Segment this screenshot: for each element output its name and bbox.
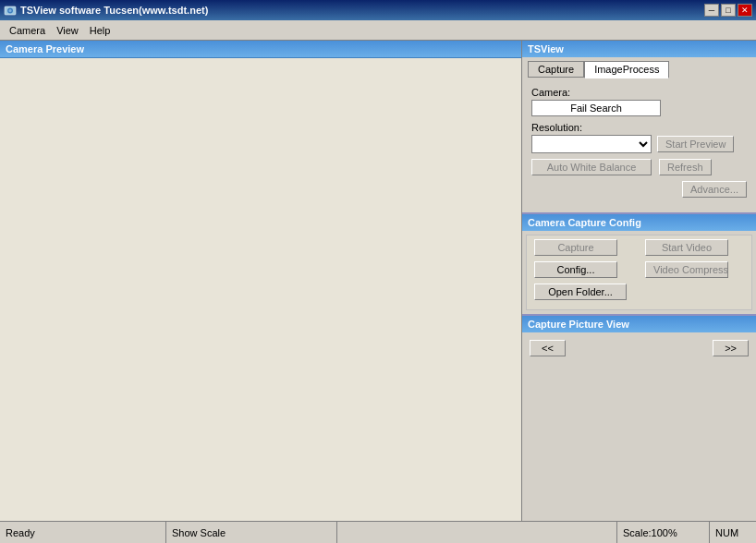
status-num: NUM <box>710 522 756 543</box>
status-ready: Ready <box>0 522 166 543</box>
capture-content: Camera: Fail Search Resolution: Start Pr… <box>522 81 756 209</box>
capture-video-row: Capture Start Video <box>534 239 744 256</box>
menu-view[interactable]: View <box>51 23 84 38</box>
picture-view-section: Capture Picture View << >> <box>522 316 756 521</box>
picture-view-header: Capture Picture View <box>522 316 756 332</box>
open-folder-button[interactable]: Open Folder... <box>534 284 627 300</box>
resolution-label: Resolution: <box>531 122 747 133</box>
advance-button[interactable]: Advance... <box>682 181 747 198</box>
camera-label: Camera: <box>531 87 747 98</box>
title-buttons: ─ □ ✕ <box>704 4 752 17</box>
right-panel: TSView Capture ImageProcess Camera: Fail… <box>522 41 756 521</box>
camera-preview-header: Camera Preview <box>0 41 521 58</box>
resolution-select[interactable] <box>531 135 652 153</box>
tsview-header: TSView <box>522 41 756 57</box>
status-bar: Ready Show Scale Scale:100% NUM <box>0 521 756 543</box>
camera-value-display: Fail Search <box>531 100 661 116</box>
advance-row: Advance... <box>531 181 747 198</box>
status-show-scale: Show Scale <box>166 522 337 543</box>
status-spacer <box>337 522 617 543</box>
start-preview-button[interactable]: Start Preview <box>657 136 734 152</box>
refresh-button[interactable]: Refresh <box>659 159 712 175</box>
tab-imageprocess[interactable]: ImageProcess <box>584 61 669 78</box>
capture-config-section: Camera Capture Config Capture Start Vide… <box>522 214 756 316</box>
white-balance-row: Auto White Balance Refresh <box>531 159 747 175</box>
video-compress-button[interactable]: Video Compress <box>645 261 728 278</box>
svg-point-2 <box>9 9 12 12</box>
menu-bar: Camera View Help <box>0 20 756 41</box>
auto-white-balance-button[interactable]: Auto White Balance <box>531 159 652 175</box>
config-compress-row: Config... Video Compress <box>534 261 744 278</box>
menu-camera[interactable]: Camera <box>4 23 51 38</box>
app-icon <box>4 4 17 17</box>
tsview-section: TSView Capture ImageProcess Camera: Fail… <box>522 41 756 214</box>
title-bar-left: TSView software Tucsen(www.tsdt.net) <box>4 4 208 17</box>
window-title: TSView software Tucsen(www.tsdt.net) <box>20 5 208 16</box>
tab-capture[interactable]: Capture <box>528 61 584 78</box>
start-video-button[interactable]: Start Video <box>645 239 728 256</box>
prev-button[interactable]: << <box>530 340 566 356</box>
status-scale: Scale:100% <box>617 522 710 543</box>
config-button[interactable]: Config... <box>534 261 617 278</box>
camera-preview-area <box>0 58 521 521</box>
close-button[interactable]: ✕ <box>738 4 752 17</box>
minimize-button[interactable]: ─ <box>704 4 719 17</box>
show-scale-label: Show Scale <box>172 527 226 538</box>
main-layout: Camera Preview TSView Capture ImageProce… <box>0 41 756 521</box>
capture-button[interactable]: Capture <box>534 239 617 256</box>
left-panel: Camera Preview <box>0 41 522 521</box>
next-button[interactable]: >> <box>713 340 749 356</box>
open-folder-row: Open Folder... <box>534 284 744 300</box>
title-bar: TSView software Tucsen(www.tsdt.net) ─ □… <box>0 0 756 20</box>
menu-help[interactable]: Help <box>84 23 116 38</box>
picture-view-content: << >> <box>522 336 756 360</box>
capture-config-content: Capture Start Video Config... Video Comp… <box>526 235 752 310</box>
capture-config-header: Camera Capture Config <box>522 214 756 231</box>
maximize-button[interactable]: □ <box>721 4 736 17</box>
tabs-container: Capture ImageProcess <box>522 61 756 78</box>
resolution-row: Start Preview <box>531 135 747 153</box>
